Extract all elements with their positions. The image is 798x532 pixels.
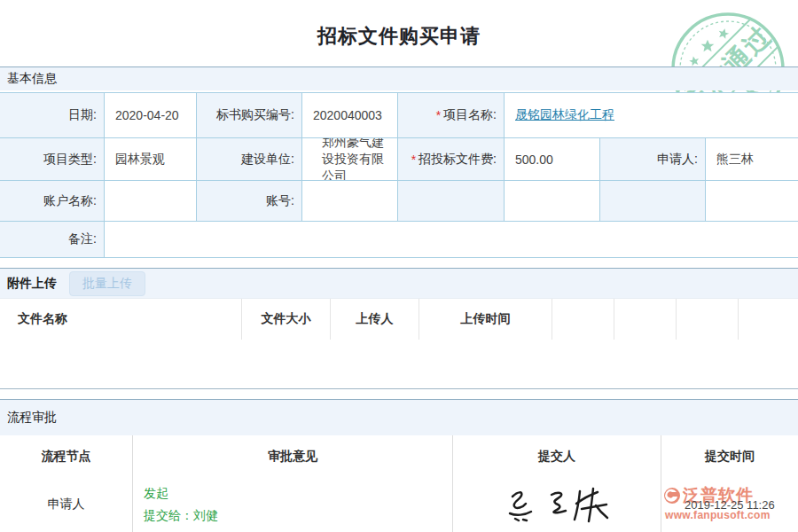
col-empty	[614, 299, 677, 340]
flow-node-cell: 申请人	[0, 477, 133, 532]
col-empty	[552, 299, 614, 340]
project-name-value: 晟铭园林绿化工程	[505, 93, 798, 138]
section-attachments-title: 附件上传	[7, 276, 57, 292]
remark-value	[105, 222, 798, 258]
page-title: 招标文件购买申请	[0, 23, 798, 50]
submitter-signature-cell	[453, 477, 661, 532]
project-type-label: 项目类型:	[0, 138, 105, 181]
handwritten-signature	[502, 484, 612, 525]
col-submit-time: 提交时间	[661, 435, 798, 477]
required-mark: *	[436, 108, 441, 122]
col-upload-time: 上传时间	[419, 299, 552, 340]
required-mark: *	[411, 153, 416, 167]
empty-label-cell	[600, 181, 706, 222]
section-basic-info: 基本信息	[0, 66, 798, 90]
submit-time-value: 2019-12-25 11:26	[685, 498, 775, 512]
section-attachments: 附件上传 批量上传	[0, 268, 798, 299]
col-file-size: 文件大小	[242, 299, 331, 340]
approval-opinion-cell: 发起 提交给：刘健	[133, 477, 453, 532]
section-approval: 流程审批	[0, 399, 798, 435]
attachments-table-body	[0, 340, 798, 389]
fee-label: * 招投标文件费:	[398, 138, 505, 181]
account-name-label: 账户名称:	[0, 181, 105, 222]
submit-time-cell: 泛普软件 www.fanpusoft.com 2019-12-25 11:26	[661, 477, 798, 532]
date-label: 日期:	[0, 93, 105, 138]
approval-submit-to: 提交给：刘健	[144, 508, 218, 524]
bid-doc-purchase-page: { "title": "招标文件购买申请", "stamp": { "text"…	[0, 0, 798, 532]
project-name-link[interactable]: 晟铭园林绿化工程	[515, 107, 614, 123]
col-submitter: 提交人	[453, 435, 661, 477]
purchase-no-label: 标书购买编号:	[197, 93, 302, 138]
project-name-label: * 项目名称:	[398, 93, 505, 138]
purchase-no-value: 2020040003	[302, 93, 398, 138]
col-empty	[739, 299, 798, 340]
applicant-value: 熊三林	[706, 138, 798, 181]
col-approval-opinion: 审批意见	[133, 435, 453, 477]
batch-upload-button[interactable]: 批量上传	[69, 271, 145, 296]
empty-label-cell	[398, 181, 505, 222]
account-name-value	[105, 181, 197, 222]
vendor-logo-icon	[663, 487, 681, 505]
build-unit-value: 郑州豪气建设投资有限公司	[302, 138, 398, 181]
applicant-label: 申请人:	[600, 138, 706, 181]
col-empty	[677, 299, 739, 340]
approval-table-header: 流程节点 审批意见 提交人 提交时间	[0, 435, 798, 478]
approval-table-row: 申请人 发起 提交给：刘健	[0, 477, 798, 532]
remark-label: 备注:	[0, 222, 105, 258]
section-approval-title: 流程审批	[7, 410, 57, 426]
empty-value-cell	[706, 181, 798, 222]
empty-value-cell	[505, 181, 600, 222]
section-basic-title: 基本信息	[7, 71, 57, 87]
build-unit-label: 建设单位:	[197, 138, 302, 181]
project-type-value: 园林景观	[105, 138, 197, 181]
attachments-table-header: 文件名称 文件大小 上传人 上传时间	[0, 299, 798, 340]
account-no-label: 账号:	[197, 181, 302, 222]
approval-action: 发起	[144, 486, 168, 502]
date-value: 2020-04-20	[105, 93, 197, 138]
fee-value: 500.00	[505, 138, 600, 181]
col-file-name: 文件名称	[0, 299, 242, 340]
col-flow-node: 流程节点	[0, 435, 133, 477]
basic-info-table: 日期: 2020-04-20 标书购买编号: 2020040003 * 项目名称…	[0, 92, 798, 258]
account-no-value	[302, 181, 398, 222]
col-uploader: 上传人	[331, 299, 419, 340]
